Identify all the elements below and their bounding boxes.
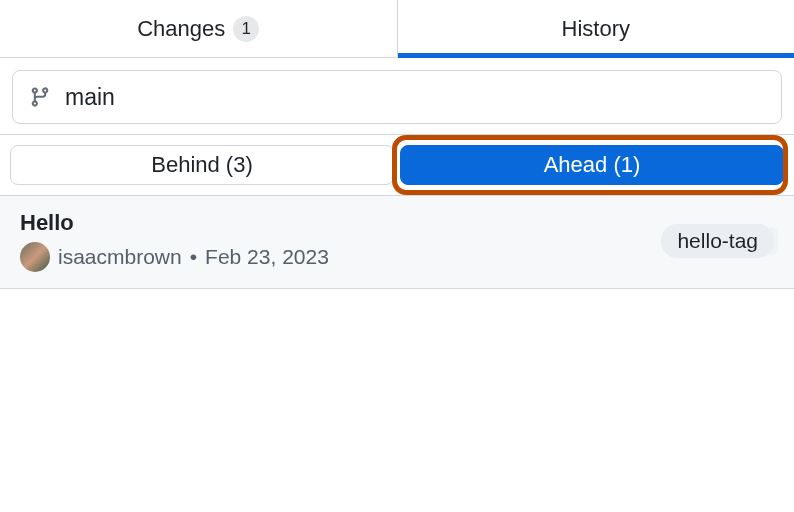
branch-bar: main (0, 58, 794, 135)
behind-label: Behind (3) (151, 152, 253, 178)
tab-history-label: History (562, 16, 630, 42)
commit-tag[interactable]: hello-tag (661, 224, 774, 258)
ahead-behind-toggle: Behind (3) Ahead (1) (0, 135, 794, 196)
tab-history[interactable]: History (398, 0, 795, 57)
ahead-button[interactable]: Ahead (1) (400, 145, 784, 185)
commit-info: Hello isaacmbrown • Feb 23, 2023 (20, 210, 329, 272)
commit-tag-label: hello-tag (677, 229, 758, 252)
tab-changes-label: Changes (137, 16, 225, 42)
meta-separator: • (190, 245, 197, 269)
behind-button[interactable]: Behind (3) (10, 145, 394, 185)
branch-selector[interactable]: main (12, 70, 782, 124)
commit-date: Feb 23, 2023 (205, 245, 329, 269)
branch-name: main (65, 84, 115, 111)
commit-title: Hello (20, 210, 329, 236)
commit-meta: isaacmbrown • Feb 23, 2023 (20, 242, 329, 272)
ahead-label: Ahead (1) (544, 152, 641, 178)
commit-list-item[interactable]: Hello isaacmbrown • Feb 23, 2023 hello-t… (0, 196, 794, 289)
commit-author: isaacmbrown (58, 245, 182, 269)
git-branch-icon (29, 86, 51, 108)
changes-count-badge: 1 (233, 16, 259, 42)
avatar (20, 242, 50, 272)
tab-changes[interactable]: Changes 1 (0, 0, 398, 57)
tab-bar: Changes 1 History (0, 0, 794, 58)
